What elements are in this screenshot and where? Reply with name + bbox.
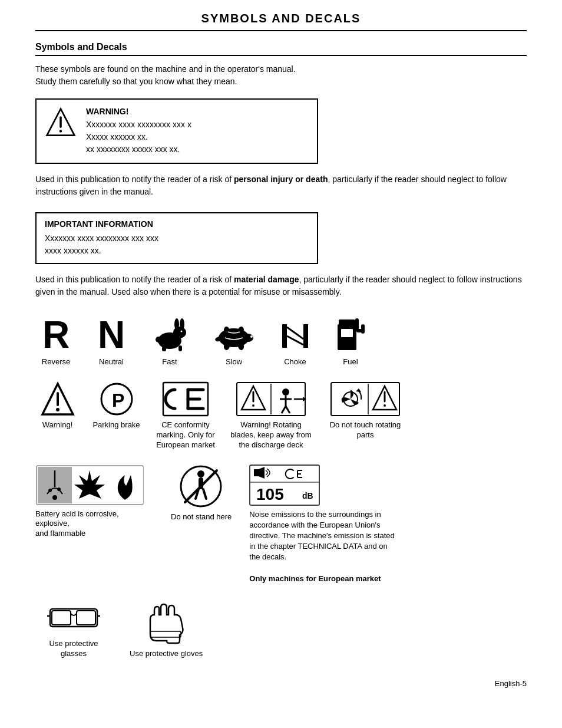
svg-point-42: [252, 404, 254, 407]
page-title: SYMBOLS AND DECALS: [35, 12, 527, 31]
svg-line-47: [282, 406, 286, 413]
symbol-reverse: R Reverse: [35, 316, 77, 367]
symbol-fast: Fast: [146, 318, 193, 367]
footer-text: English-: [495, 679, 523, 688]
fuel-icon: [333, 312, 368, 354]
svg-point-7: [156, 337, 161, 342]
svg-rect-83: [50, 609, 97, 627]
reverse-letter-icon: R: [42, 316, 70, 354]
noise-emissions-icon: 105 dB: [249, 465, 320, 506]
warning-box-text: Xxxxxxx xxxx xxxxxxxx xxx x Xxxxx xxxxxx…: [86, 118, 191, 156]
warning-triangle-icon: [45, 107, 77, 139]
svg-text:105: 105: [256, 485, 284, 503]
svg-rect-19: [282, 324, 287, 348]
battery-acid-icon: [35, 465, 144, 506]
svg-rect-28: [341, 329, 353, 337]
svg-point-18: [250, 335, 253, 338]
svg-text:dB: dB: [302, 491, 313, 500]
svg-marker-75: [259, 467, 265, 479]
symbol-do-not-stand: Do not stand here: [171, 465, 232, 522]
do-not-touch-label: Do not touch rotating parts: [324, 420, 406, 440]
rotating-blades-icon: [236, 381, 306, 417]
symbol-ce-conformity: CE conformity marking. Only for European…: [153, 381, 218, 450]
symbol-neutral: N Neutral: [91, 316, 132, 367]
svg-point-44: [282, 388, 289, 396]
parking-brake-label: Parking brake: [92, 420, 140, 430]
parking-brake-icon: P: [99, 381, 134, 417]
svg-line-71: [203, 489, 206, 499]
intro-paragraph: These symbols are found on the machine a…: [35, 63, 527, 88]
page-footer: English-5: [35, 673, 527, 688]
warning-symbol-label: Warning!: [42, 420, 73, 430]
symbol-slow: Slow: [207, 321, 260, 367]
info-box-text: Xxxxxxx xxxx xxxxxxxx xxx xxx xxxx xxxxx…: [45, 232, 309, 257]
symbols-row-4: Use protective glasses Use protective gl…: [35, 598, 527, 659]
warning-symbol-icon: [40, 381, 75, 417]
svg-point-57: [384, 404, 386, 407]
slow-turtle-icon: [210, 321, 257, 354]
info-description: Used in this publication to notify the r…: [35, 274, 527, 298]
symbols-row-1: R Reverse N Neutral: [35, 312, 527, 367]
battery-label: Battery acid is corrosive, explosive,and…: [35, 509, 153, 539]
svg-point-10: [181, 331, 183, 332]
svg-rect-24: [339, 319, 355, 327]
intro-text-2: Study them carefully so that you know wh…: [35, 77, 237, 86]
fuel-label: Fuel: [343, 357, 358, 367]
symbol-do-not-touch: Do not touch rotating parts: [324, 381, 406, 440]
svg-rect-8: [178, 345, 182, 351]
svg-rect-9: [162, 347, 166, 351]
svg-rect-85: [77, 611, 95, 625]
svg-point-61: [48, 489, 52, 492]
ce-conformity-label: CE conformity marking. Only for European…: [153, 420, 218, 450]
page-number: 5: [523, 679, 527, 688]
rotating-blades-label: Warning! Rotating blades, keep away from…: [230, 420, 312, 450]
svg-rect-74: [254, 469, 259, 476]
symbol-choke: Choke: [275, 318, 316, 367]
svg-rect-88: [150, 631, 181, 637]
choke-label: Choke: [284, 357, 306, 367]
warning-box-title: WARNING!: [86, 107, 191, 116]
svg-marker-53: [356, 388, 361, 392]
svg-point-31: [56, 408, 59, 411]
section-heading: Symbols and Decals: [35, 42, 527, 56]
symbol-glasses: Use protective glasses: [35, 603, 112, 659]
fast-label: Fast: [162, 357, 177, 367]
choke-icon: [277, 318, 313, 354]
do-not-stand-label: Do not stand here: [171, 512, 232, 522]
symbol-gloves: Use protective gloves: [130, 598, 203, 659]
protective-gloves-icon: [144, 598, 189, 645]
svg-rect-34: [163, 383, 208, 416]
svg-rect-84: [52, 611, 71, 625]
warning-description: Used in this publication to notify the r…: [35, 173, 527, 198]
symbol-noise: 105 dB Noise emissions to the surroundin…: [249, 465, 396, 584]
symbol-rotating-blades: Warning! Rotating blades, keep away from…: [230, 381, 312, 450]
neutral-letter-icon: N: [98, 316, 125, 354]
do-not-stand-icon: [179, 465, 223, 509]
svg-point-63: [52, 495, 57, 500]
symbol-warning: Warning!: [35, 381, 80, 430]
svg-text:P: P: [112, 390, 124, 411]
ce-conformity-icon: [162, 381, 209, 417]
fast-rabbit-icon: [149, 318, 190, 354]
svg-rect-20: [303, 324, 308, 348]
noise-label: Noise emissions to the surroundings in a…: [249, 509, 396, 584]
svg-point-5: [174, 318, 179, 330]
svg-point-68: [197, 470, 204, 477]
svg-point-62: [57, 487, 61, 491]
info-box-title: IMPORTANT INFORMATION: [45, 219, 309, 229]
info-box: IMPORTANT INFORMATION Xxxxxxx xxxx xxxxx…: [35, 212, 318, 264]
symbol-fuel: Fuel: [330, 312, 371, 367]
symbols-row-2: Warning! P Parking brake CE: [35, 381, 527, 450]
intro-text-1: These symbols are found on the machine a…: [35, 64, 296, 74]
protective-glasses-label: Use protective glasses: [35, 639, 112, 659]
svg-point-2: [59, 130, 62, 133]
svg-point-12: [243, 334, 253, 342]
symbol-parking-brake: P Parking brake: [91, 381, 141, 430]
svg-rect-27: [361, 324, 365, 334]
neutral-label: Neutral: [99, 357, 124, 367]
svg-point-6: [180, 318, 184, 330]
svg-rect-51: [331, 383, 399, 416]
protective-gloves-label: Use protective gloves: [130, 649, 203, 659]
symbol-battery: Battery acid is corrosive, explosive,and…: [35, 465, 153, 539]
protective-glasses-icon: [47, 603, 100, 635]
